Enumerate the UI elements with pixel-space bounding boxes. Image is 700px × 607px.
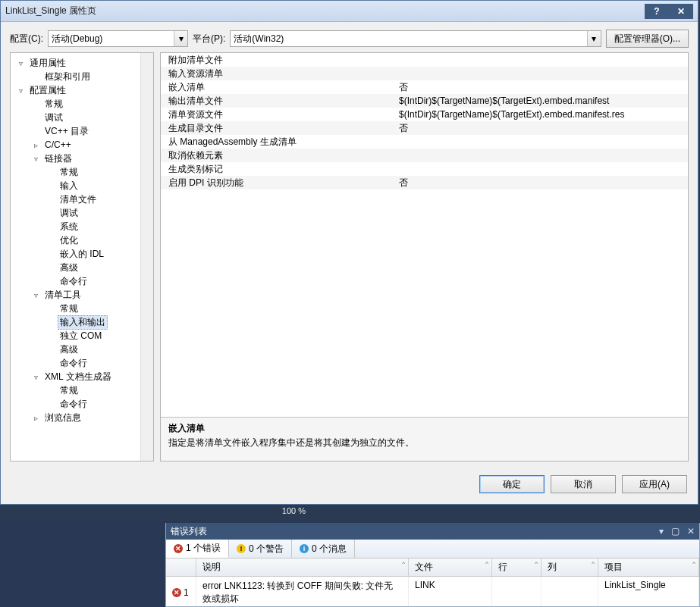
category-tree[interactable]: ▿通用属性框架和引用▿配置属性常规调试VC++ 目录▹C/C++▿链接器常规输入… — [10, 52, 154, 462]
property-row[interactable]: 嵌入清单否 — [161, 80, 688, 94]
sort-up-icon: ^ — [402, 560, 405, 567]
property-grid[interactable]: 附加清单文件输入资源清单嵌入清单否输出清单文件$(IntDir)$(Target… — [161, 53, 688, 417]
tree-item[interactable]: 调试 — [12, 111, 152, 124]
tree-item[interactable]: ▿通用属性 — [12, 56, 152, 70]
col-project[interactable]: 项目^ — [598, 559, 699, 576]
expand-collapse-icon[interactable]: ▿ — [32, 291, 40, 299]
cancel-button[interactable]: 取消 — [551, 475, 616, 493]
property-name: 输出清单文件 — [161, 95, 396, 108]
tree-item[interactable]: 常规 — [12, 302, 152, 315]
property-value[interactable]: 否 — [396, 122, 688, 135]
scrollbar[interactable] — [140, 53, 153, 461]
tree-item-label: C/C++ — [42, 139, 74, 150]
property-row[interactable]: 取消依赖元素 — [161, 149, 688, 162]
tree-item[interactable]: 常规 — [12, 165, 152, 179]
messages-filter-tab[interactable]: i 0 个消息 — [292, 540, 355, 558]
zoom-level[interactable]: 100 % — [282, 506, 306, 515]
tree-item[interactable]: 系统 — [12, 220, 152, 233]
property-row[interactable]: 从 ManagedAssembly 生成清单 — [161, 135, 688, 149]
tree-item-label: 命令行 — [58, 398, 89, 411]
tree-item-label: 调试 — [58, 207, 80, 220]
dropdown-chevron-icon[interactable]: ▾ — [659, 526, 664, 537]
tree-item[interactable]: 命令行 — [12, 274, 152, 288]
property-name: 附加清单文件 — [161, 54, 396, 67]
warnings-filter-tab[interactable]: ! 0 个警告 — [229, 540, 292, 558]
close-panel-icon[interactable]: ✕ — [687, 526, 695, 537]
property-value[interactable]: 否 — [396, 81, 688, 94]
expand-collapse-icon[interactable]: ▿ — [17, 59, 25, 67]
tree-item[interactable]: 输入和输出 — [12, 315, 152, 329]
expand-collapse-icon[interactable]: ▹ — [32, 141, 40, 149]
configuration-dropdown[interactable]: 活动(Debug) ▾ — [48, 30, 188, 47]
property-row[interactable]: 生成类别标记 — [161, 162, 688, 176]
tree-item[interactable]: 高级 — [12, 261, 152, 274]
warnings-count: 0 个警告 — [249, 543, 284, 555]
help-button[interactable]: ? — [645, 4, 669, 19]
expand-collapse-icon[interactable]: ▿ — [17, 86, 25, 95]
tree-item[interactable]: 常规 — [12, 383, 152, 397]
col-file[interactable]: 文件^ — [409, 559, 492, 576]
property-row[interactable]: 附加清单文件 — [161, 53, 688, 67]
tree-item[interactable]: ▿清单工具 — [12, 288, 152, 302]
property-row[interactable]: 输出清单文件$(IntDir)$(TargetName)$(TargetExt)… — [161, 94, 688, 108]
chevron-down-icon: ▾ — [587, 31, 601, 46]
apply-button[interactable]: 应用(A) — [622, 475, 687, 493]
col-line[interactable]: 行^ — [492, 559, 541, 576]
tree-item[interactable]: 常规 — [12, 97, 152, 111]
messages-count: 0 个消息 — [312, 543, 347, 555]
col-icon[interactable] — [166, 559, 196, 576]
tree-item-label: 优化 — [58, 234, 80, 247]
tree-spacer — [47, 318, 55, 327]
expand-collapse-icon[interactable]: ▹ — [32, 414, 40, 422]
property-value[interactable]: $(IntDir)$(TargetName)$(TargetExt).embed… — [396, 109, 688, 120]
tree-item-label: 系统 — [58, 221, 80, 233]
tree-item[interactable]: 输入 — [12, 179, 152, 192]
errors-filter-tab[interactable]: ✕ 1 个错误 — [166, 540, 229, 558]
tree-item-label: 通用属性 — [27, 57, 68, 70]
tree-item[interactable]: ▿XML 文档生成器 — [12, 370, 152, 383]
expand-collapse-icon[interactable]: ▿ — [32, 373, 40, 381]
error-row[interactable]: ✕1error LNK1123: 转换到 COFF 期间失败: 文件无效或损坏L… — [166, 577, 699, 606]
configuration-manager-button[interactable]: 配置管理器(O)... — [606, 30, 689, 48]
tree-item[interactable]: 命令行 — [12, 397, 152, 411]
error-project: LinkList_Single — [598, 577, 699, 606]
tree-item[interactable]: 调试 — [12, 206, 152, 220]
tree-item[interactable]: ▹浏览信息 — [12, 411, 152, 424]
tree-spacer — [47, 236, 55, 245]
tree-item[interactable]: 框架和引用 — [12, 70, 152, 83]
col-description[interactable]: 说明^ — [196, 559, 409, 576]
property-row[interactable]: 启用 DPI 识别功能否 — [161, 176, 688, 189]
tree-item[interactable]: VC++ 目录 — [12, 124, 152, 138]
tree-item[interactable]: ▿链接器 — [12, 152, 152, 165]
error-grid[interactable]: 说明^ 文件^ 行^ 列^ 项目^ ✕1error LNK1123: 转换到 C… — [166, 559, 699, 606]
tree-item-label: 常规 — [42, 98, 65, 111]
expand-collapse-icon[interactable]: ▿ — [32, 155, 40, 163]
property-row[interactable]: 清单资源文件$(IntDir)$(TargetName)$(TargetExt)… — [161, 108, 688, 121]
property-row[interactable]: 生成目录文件否 — [161, 121, 688, 135]
tree-item[interactable]: ▿配置属性 — [12, 83, 152, 97]
property-value[interactable]: $(IntDir)$(TargetName)$(TargetExt).embed… — [396, 95, 688, 106]
tree-item-label: 输入和输出 — [58, 315, 108, 330]
tree-spacer — [47, 277, 55, 286]
ok-button[interactable]: 确定 — [479, 475, 545, 493]
tree-item[interactable]: 嵌入的 IDL — [12, 247, 152, 261]
property-row[interactable]: 输入资源清单 — [161, 67, 688, 80]
platform-dropdown[interactable]: 活动(Win32) ▾ — [230, 30, 601, 47]
error-filter-toolbar: ✕ 1 个错误 ! 0 个警告 i 0 个消息 — [166, 540, 699, 559]
error-file: LINK — [409, 577, 492, 606]
platform-value: 活动(Win32) — [234, 33, 284, 45]
tree-item[interactable]: 高级 — [12, 343, 152, 356]
tree-item[interactable]: 清单文件 — [12, 192, 152, 206]
tree-item[interactable]: 命令行 — [12, 356, 152, 370]
property-value[interactable]: 否 — [396, 177, 688, 189]
chevron-down-icon: ▾ — [174, 31, 187, 46]
tree-spacer — [47, 305, 55, 313]
pin-icon[interactable]: ▢ — [671, 526, 680, 537]
tree-item[interactable]: 优化 — [12, 233, 152, 247]
tree-item-label: 输入 — [58, 180, 80, 192]
tree-item[interactable]: ▹C/C++ — [12, 138, 152, 152]
window-title: LinkList_Single 属性页 — [5, 5, 614, 17]
tree-item[interactable]: 独立 COM — [12, 329, 152, 343]
close-button[interactable]: ✕ — [669, 4, 693, 19]
col-col[interactable]: 列^ — [541, 559, 598, 576]
